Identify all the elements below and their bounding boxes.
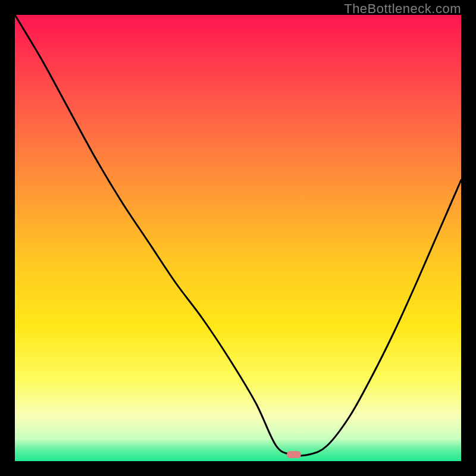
chart-container: TheBottleneck.com	[0, 0, 476, 476]
optimal-marker	[287, 451, 301, 458]
svg-rect-0	[15, 15, 461, 461]
plot-area	[15, 15, 461, 461]
watermark-text: TheBottleneck.com	[344, 1, 461, 17]
gradient-background	[15, 15, 461, 461]
